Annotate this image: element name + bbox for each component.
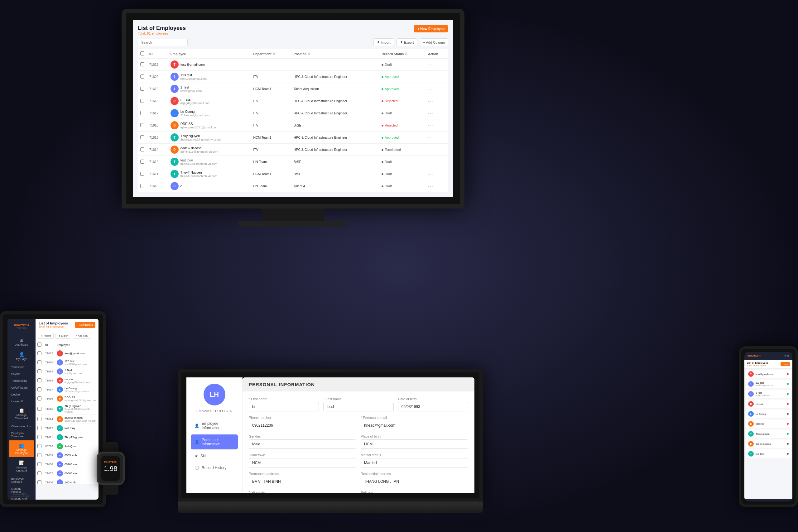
table-row[interactable]: 71618 R rrrr sss drgtgdfg@hotmail.com IT… (138, 95, 448, 107)
new-employee-button[interactable]: + New Employee (414, 25, 448, 33)
tablet-row-checkbox[interactable] (37, 426, 41, 430)
residential-address-input[interactable] (361, 477, 468, 486)
tablet-row-checkbox[interactable] (37, 369, 41, 373)
tablet-row-action[interactable]: ··· (98, 394, 98, 403)
import-button[interactable]: ⬇ Import (374, 38, 394, 46)
tablet-row-checkbox[interactable] (37, 471, 41, 475)
tablet-export-button[interactable]: ⬆ Export (56, 333, 71, 339)
row-checkbox[interactable] (140, 172, 144, 176)
table-row[interactable]: 71615 T Thuy Nguyen thuyn12345@innotech-… (138, 132, 448, 144)
phone-list-item[interactable]: L Le Cuong (746, 410, 791, 419)
phone-list-item[interactable]: T tesy@gmail.com (746, 369, 791, 379)
row-checkbox[interactable] (140, 147, 144, 151)
tablet-row-checkbox[interactable] (37, 435, 41, 439)
table-row[interactable]: 71609 0 0505 vmh ··· (36, 451, 98, 460)
table-row[interactable]: 71619 1 1 Test test@gmail.com HCM Team1 … (138, 83, 448, 95)
sidebar-personnel-info[interactable]: 👤 Personnel Information (191, 434, 238, 450)
tablet-row-checkbox[interactable] (37, 387, 41, 392)
tablet-nav-emp-timesheet[interactable]: Employee Timesheet (7, 430, 36, 440)
tablet-row-action[interactable]: ··· (98, 433, 98, 442)
tablet-row-checkbox[interactable] (37, 453, 41, 457)
tablet-nav-device[interactable]: Device (7, 391, 36, 398)
row-action[interactable]: ··· (425, 71, 448, 83)
tablet-new-button[interactable]: + New Emplo (75, 322, 95, 328)
phone-list-item[interactable]: R rrrr sss (746, 400, 791, 408)
table-row[interactable]: 71617 L Le Cuong 212aeren@gmail.com ··· (36, 385, 98, 394)
tablet-nav-manage-timesheet[interactable]: 📋 Manage Timesheet (9, 405, 34, 422)
sidebar-employee-info[interactable]: 👤 Employee Information (191, 418, 238, 433)
tablet-nav-onoffboard[interactable]: On/Off-board (7, 384, 36, 391)
table-row[interactable]: 71612 T test thuy thuyn113@innotech-vn.c… (138, 156, 448, 168)
tablet-import-button[interactable]: ⬇ Import (38, 333, 54, 339)
personal-email-input[interactable] (361, 421, 468, 430)
row-action[interactable]: ··· (425, 59, 448, 71)
row-action[interactable]: ··· (425, 119, 448, 132)
dob-input[interactable] (398, 402, 468, 412)
tablet-row-action[interactable]: ··· (98, 349, 98, 358)
phone-new-button[interactable]: +New (781, 362, 790, 366)
tablet-row-checkbox[interactable] (37, 462, 41, 466)
tablet-row-checkbox[interactable] (37, 396, 41, 400)
phone-list-item[interactable]: T test thuy (746, 450, 791, 458)
row-action[interactable]: ··· (425, 132, 448, 144)
tablet-row-checkbox[interactable] (37, 417, 41, 421)
table-row[interactable]: 71608 0 05206 vmh ··· (36, 460, 98, 469)
tablet-nav-leaveoff[interactable]: Leave off (7, 398, 36, 405)
tablet-row-checkbox[interactable] (37, 378, 41, 382)
tablet-row-checkbox[interactable] (37, 351, 41, 355)
permanent-address-input[interactable] (249, 477, 356, 486)
row-action[interactable]: ··· (425, 156, 448, 168)
row-action[interactable]: ··· (425, 168, 448, 180)
tablet-addcol-button[interactable]: + Add Colu (73, 333, 91, 339)
tablet-row-action[interactable]: ··· (98, 424, 98, 433)
row-checkbox[interactable] (140, 99, 144, 103)
phone-list-item[interactable]: 1 1 Test test@gmail.com (746, 390, 791, 399)
tablet-row-checkbox[interactable] (37, 480, 41, 484)
select-all-checkbox[interactable] (140, 52, 144, 56)
row-checkbox[interactable] (140, 184, 144, 188)
tablet-row-action[interactable]: ··· (98, 358, 98, 367)
table-row[interactable]: 71607 0 00566 vmh ··· (36, 469, 98, 478)
row-action[interactable]: ··· (425, 180, 448, 192)
tablet-row-action[interactable]: ··· (98, 385, 98, 394)
table-row[interactable]: 71618 R rrrr sss drgtgdfg@hotmail.com ··… (36, 376, 98, 385)
sidebar-record-history[interactable]: 🕐 Record History (191, 462, 238, 473)
tablet-row-action[interactable]: ··· (98, 403, 98, 415)
table-row[interactable]: 71614 D dadew dsadsa admin111@innotech-v… (138, 144, 448, 156)
gender-select[interactable]: Male Female (249, 439, 356, 449)
table-row[interactable]: 71616 D DDD SS tqhieugreat2771@gmail.com… (36, 394, 98, 403)
row-checkbox[interactable] (140, 159, 144, 164)
tablet-row-checkbox[interactable] (37, 407, 41, 411)
tablet-row-checkbox[interactable] (37, 360, 41, 364)
table-row[interactable]: 71610 C c HN Team Talent A Draft ··· (138, 180, 448, 192)
marital-status-input[interactable] (361, 458, 468, 468)
table-row[interactable]: 71619 1 1 Test test@gmail.com ··· (36, 367, 98, 376)
row-action[interactable]: ··· (425, 83, 448, 95)
table-row[interactable]: 71615 T Thuy Nguyen thuyn12345@innotech-… (36, 403, 98, 415)
row-checkbox[interactable] (140, 123, 144, 127)
tablet-nav-mypage[interactable]: 👤 My Page (9, 349, 34, 363)
tablet-nav-payslip[interactable]: Payslip (7, 370, 36, 377)
tablet-row-checkbox[interactable] (37, 444, 41, 448)
tablet-nav-dashboard[interactable]: ⊞ Dashboard (9, 335, 34, 349)
edit-id-icon[interactable]: ✎ (229, 409, 232, 413)
table-row[interactable]: 71620 1 123 test test123@gmail.com ITV H… (138, 71, 448, 83)
tablet-row-action[interactable]: ··· (98, 415, 98, 424)
tablet-nav-manage-onboard[interactable]: 📝 Manage Onboard (9, 458, 34, 475)
first-name-input[interactable] (249, 402, 319, 412)
row-checkbox[interactable] (140, 135, 144, 139)
row-action[interactable]: ··· (425, 95, 448, 107)
table-row[interactable]: 71622 T tesy@gmail.com ··· (36, 349, 98, 358)
phone-list-item[interactable]: D dadew dsadsa (746, 439, 791, 449)
sidebar-skill[interactable]: ★ Skill (191, 451, 238, 461)
row-action[interactable]: ··· (425, 144, 448, 156)
table-row[interactable]: 71612 T test thuy ··· (36, 424, 98, 433)
tablet-nav-employee-onboard[interactable]: Employee Onboard (7, 475, 36, 485)
tablet-row-action[interactable]: ··· (98, 367, 98, 376)
row-checkbox[interactable] (140, 62, 144, 66)
phone-list-item[interactable]: 1 123 test test123@gmail.com (746, 380, 791, 388)
table-row[interactable]: 71614 D dadew dsadsa admin111@innotech-v… (36, 415, 98, 424)
table-row[interactable]: 71611 T ThuyT Nguyen ··· (36, 433, 98, 442)
tablet-nav-timesheet[interactable]: Timesheet (7, 364, 36, 370)
row-checkbox[interactable] (140, 75, 144, 78)
